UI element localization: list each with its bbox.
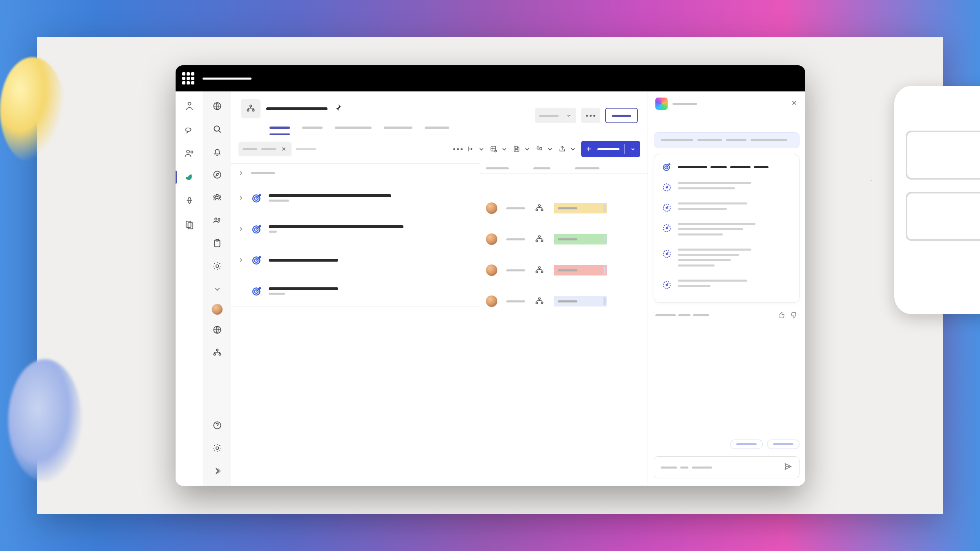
table-row[interactable] [231, 244, 480, 276]
svg-point-42 [536, 271, 537, 273]
calendar-icon[interactable] [181, 193, 198, 209]
page-icon[interactable] [241, 99, 261, 118]
copilot-response-card [654, 154, 800, 303]
svg-point-43 [541, 271, 543, 273]
avatar[interactable] [486, 264, 497, 276]
bell-icon[interactable] [209, 144, 225, 160]
svg-rect-4 [188, 222, 193, 229]
svg-point-1 [187, 150, 189, 153]
svg-point-11 [215, 218, 217, 220]
chevron-right-icon[interactable] [237, 170, 245, 176]
svg-point-23 [247, 109, 249, 111]
app-rail [176, 91, 203, 486]
close-icon[interactable] [791, 99, 798, 108]
svg-rect-3 [186, 221, 191, 227]
svg-point-10 [219, 196, 220, 198]
list-item [662, 177, 792, 198]
status-badge [554, 265, 607, 276]
more-button[interactable] [581, 108, 600, 123]
compass-icon[interactable] [209, 167, 225, 183]
save-icon[interactable] [512, 142, 531, 156]
activity-icon[interactable] [181, 98, 198, 114]
org-icon[interactable] [209, 344, 225, 361]
page-title [266, 107, 327, 110]
chat-icon[interactable] [181, 122, 198, 138]
suggestion-chip[interactable] [730, 440, 763, 449]
expand-icon[interactable] [209, 463, 225, 479]
suggestion-chip[interactable] [767, 440, 800, 449]
svg-point-6 [214, 126, 219, 131]
status-badge [554, 296, 607, 307]
avatar[interactable] [486, 202, 497, 214]
svg-point-54 [666, 227, 667, 229]
data-grid [231, 163, 648, 486]
feedback-row [654, 309, 800, 322]
list-item [662, 275, 792, 295]
toolbar-text [296, 148, 316, 150]
files-icon[interactable] [181, 216, 198, 233]
svg-point-15 [216, 265, 218, 268]
copilot-logo-icon [655, 98, 668, 110]
avatar[interactable] [486, 295, 497, 307]
avatar[interactable] [212, 304, 223, 315]
svg-point-38 [539, 236, 540, 237]
app-launcher-icon[interactable] [182, 72, 194, 84]
table-row[interactable] [231, 182, 480, 213]
ellipsis-icon[interactable] [453, 142, 463, 156]
new-button[interactable] [581, 141, 640, 157]
clipboard-icon[interactable] [209, 235, 225, 251]
svg-point-7 [214, 171, 220, 178]
close-icon[interactable] [280, 145, 287, 153]
svg-point-19 [219, 353, 220, 355]
direction-icon[interactable] [467, 142, 486, 156]
share-icon[interactable] [558, 142, 577, 156]
gear-icon[interactable] [209, 258, 225, 274]
titlebar [176, 65, 805, 91]
pin-icon[interactable] [333, 103, 342, 114]
new-button-label [597, 148, 619, 150]
suggestion-chips [648, 436, 805, 452]
list-item [662, 198, 792, 218]
main-content [231, 91, 648, 486]
filter-chip[interactable] [238, 142, 292, 156]
tab[interactable] [270, 127, 290, 135]
table-settings-icon[interactable] [490, 142, 508, 156]
svg-point-22 [250, 105, 252, 107]
chevron-right-icon[interactable] [237, 257, 245, 263]
copilot-input[interactable] [654, 456, 800, 478]
thumbs-up-icon[interactable] [777, 311, 786, 319]
search-icon[interactable] [209, 121, 225, 137]
svg-point-18 [214, 353, 215, 355]
tab[interactable] [302, 127, 323, 135]
teams-icon[interactable] [181, 145, 198, 162]
tab[interactable] [335, 127, 372, 135]
chevron-right-icon[interactable] [237, 195, 245, 201]
table-row[interactable] [231, 276, 480, 307]
gear-icon[interactable] [209, 440, 225, 456]
chevron-right-icon[interactable] [237, 226, 245, 232]
svg-point-41 [539, 267, 540, 268]
copilot-glyph-icon[interactable] [535, 142, 554, 156]
table-row [480, 255, 648, 286]
column-owner [486, 167, 509, 169]
thumbs-down-icon[interactable] [790, 311, 798, 319]
copilot-toggle-button[interactable] [605, 108, 638, 123]
avatar[interactable] [486, 233, 497, 245]
tab[interactable] [425, 127, 449, 135]
people-group-icon[interactable] [209, 189, 225, 206]
chevron-down-icon[interactable] [209, 281, 225, 297]
viva-goals-icon[interactable] [181, 169, 198, 185]
people-pair-icon[interactable] [209, 212, 225, 229]
svg-point-36 [536, 209, 537, 211]
copilot-title [673, 103, 697, 105]
copilot-prompt-bubble [654, 132, 800, 148]
svg-point-21 [216, 447, 218, 450]
tab[interactable] [384, 127, 412, 135]
globe-icon[interactable] [209, 322, 225, 338]
send-icon[interactable] [784, 462, 793, 473]
table-row[interactable] [231, 213, 480, 244]
help-icon[interactable] [209, 417, 225, 433]
table-row [480, 224, 648, 255]
globe-icon[interactable] [209, 98, 225, 114]
view-button[interactable] [535, 108, 576, 123]
